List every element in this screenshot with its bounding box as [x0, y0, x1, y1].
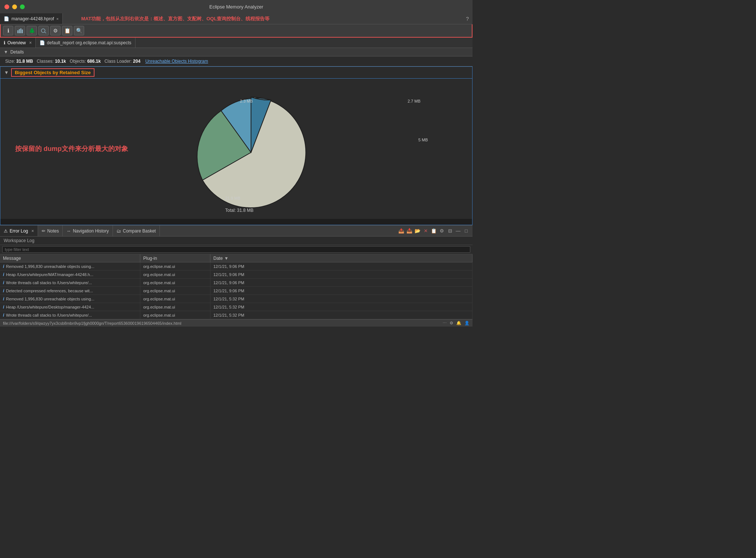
chart-header: ▼ Biggest Objects by Retained Size — [0, 67, 472, 79]
col-header-date: Date ▼ — [210, 254, 472, 262]
file-tab-bar: 📄 manager-44248.hprof × MAT功能，包括从左到右依次是：… — [0, 13, 472, 24]
status-dots: ⋯ — [443, 321, 447, 326]
tab-nav-history[interactable]: ↔ Navigation History — [63, 225, 113, 236]
label-2.7mb: 2.7 MB — [408, 99, 420, 103]
status-icon-2[interactable]: 🔔 — [456, 321, 461, 326]
tab-default-report-label: default_report org.eclipse.mat.api:suspe… — [47, 40, 131, 45]
td-message-2: i Wrote threads call stacks to /Users/wh… — [0, 279, 140, 286]
overview-toolbar-btn[interactable]: ℹ — [3, 26, 13, 35]
row-message-6: Wrote threads call stacks to /Users/whit… — [6, 313, 92, 317]
tab-overview[interactable]: ℹ Overview × — [0, 38, 36, 48]
table-row: i Removed 1,996,830 unreachable objects … — [0, 295, 472, 303]
search-toolbar-btn[interactable]: 🔍 — [74, 26, 84, 35]
file-tab-label: manager-44248.hprof — [11, 16, 54, 21]
table-row: i Heap /Users/whitepure/Desktop/manager-… — [0, 303, 472, 311]
dominator-toolbar-btn[interactable]: 🌲 — [27, 26, 37, 35]
status-bar: file:///var/folders/s9/qwzyy7yx3csb8mbn9… — [0, 319, 472, 327]
row-message-0: Removed 1,996,830 unreachable objects us… — [6, 264, 94, 269]
tab-default-report[interactable]: 📄 default_report org.eclipse.mat.api:sus… — [36, 38, 135, 48]
objects-value: 686.1k — [87, 59, 101, 64]
td-message-3: i Detected compressed references, becaus… — [0, 287, 140, 294]
collapse-all-btn[interactable]: ⊟ — [447, 228, 453, 234]
tab-notes[interactable]: ✏ Notes — [38, 225, 63, 236]
td-date-4: 12/1/21, 5:32 PM — [210, 295, 472, 303]
row-message-1: Heap /Users/whitepure/MAT/manager-44248.… — [6, 272, 93, 277]
tab-compare-basket[interactable]: 🗂 Compare Basket — [113, 225, 160, 236]
row-icon-2: i — [3, 280, 4, 285]
file-icon: 📄 — [4, 16, 9, 21]
td-message-6: i Wrote threads call stacks to /Users/wh… — [0, 311, 140, 319]
maximize-button[interactable] — [20, 4, 25, 9]
td-date-3: 12/1/21, 9:06 PM — [210, 287, 472, 294]
status-icon-1[interactable]: ⚙ — [450, 321, 453, 326]
chart-annotation: 按保留的 dump文件来分析最大的对象 — [15, 144, 128, 153]
details-content: Size: 31.8 MB Classes: 10.1k Objects: 68… — [0, 56, 472, 66]
main-toolbar: ℹ 🌲 ⚙ 📋 🔍 — [0, 24, 472, 38]
td-date-5: 12/1/21, 5:32 PM — [210, 303, 472, 311]
oql-toolbar-btn[interactable] — [38, 26, 49, 35]
row-icon-1: i — [3, 272, 4, 277]
filter-log-btn[interactable]: ⚙ — [439, 228, 445, 234]
plugin-col-label: Plug-in — [143, 256, 157, 261]
tab-overview-close[interactable]: × — [29, 40, 32, 45]
unreachable-objects-link[interactable]: Unreachable Objects Histogram — [145, 59, 208, 64]
help-icon[interactable]: ? — [466, 16, 469, 22]
copy-log-btn[interactable]: 📋 — [430, 228, 437, 234]
window-controls — [4, 4, 25, 9]
report-toolbar-btn[interactable]: 📋 — [62, 26, 72, 35]
svg-rect-1 — [19, 29, 20, 33]
size-label: Size: — [5, 59, 15, 64]
filter-input[interactable] — [2, 246, 470, 253]
svg-rect-2 — [20, 28, 21, 33]
td-message-5: i Heap /Users/whitepure/Desktop/manager-… — [0, 303, 140, 311]
classes-label: Classes: — [37, 59, 54, 64]
chart-collapse-icon[interactable]: ▼ — [4, 70, 9, 75]
bottom-tab-bar: ⚠ Error Log × ✏ Notes ↔ Navigation Histo… — [0, 225, 472, 237]
td-message-4: i Removed 1,996,830 unreachable objects … — [0, 295, 140, 303]
td-message-1: i Heap /Users/whitepure/MAT/manager-4424… — [0, 271, 140, 278]
row-message-5: Heap /Users/whitepure/Desktop/manager-44… — [6, 305, 94, 309]
chart-area: 按保留的 dump文件来分析最大的对象 2.3 MB 2.7 MB 5 MB 2… — [0, 79, 472, 219]
file-tab[interactable]: 📄 manager-44248.hprof × — [0, 13, 63, 24]
chart-total: Total: 31.8 MB — [225, 208, 254, 213]
error-log-label: Error Log — [10, 228, 28, 234]
clear-log-btn[interactable]: ✕ — [422, 228, 429, 234]
import-log-btn[interactable]: 📥 — [406, 228, 413, 234]
file-tab-close[interactable]: × — [56, 17, 58, 21]
status-icon-3[interactable]: 👤 — [464, 321, 470, 326]
bottom-tab-actions: 📤 📥 📂 ✕ 📋 ⚙ ⊟ — □ — [398, 228, 470, 234]
settings-toolbar-btn[interactable]: ⚙ — [50, 26, 61, 35]
close-button[interactable] — [4, 4, 9, 9]
table-row: i Wrote threads call stacks to /Users/wh… — [0, 279, 472, 287]
table-row: i Detected compressed references, becaus… — [0, 287, 472, 295]
log-table-body: i Removed 1,996,830 unreachable objects … — [0, 262, 472, 319]
maximize-panel-btn[interactable]: □ — [463, 228, 470, 234]
histogram-toolbar-btn[interactable] — [15, 26, 25, 35]
details-section: ▼ Details Size: 31.8 MB Classes: 10.1k O… — [0, 48, 472, 66]
pie-chart — [192, 93, 310, 211]
toolbar-annotation: MAT功能，包括从左到右依次是：概述、直方图、支配树、OQL查询控制台、线程报告… — [81, 16, 269, 22]
details-title: Details — [10, 49, 24, 55]
titlebar: Eclipse Memory Analyzer — [0, 0, 472, 13]
svg-rect-3 — [22, 30, 23, 33]
error-log-content: Workspace Log Message Plug-in Date ▼ i R… — [0, 237, 472, 319]
sort-icon[interactable]: ▼ — [224, 256, 228, 261]
tab-error-log[interactable]: ⚠ Error Log × — [0, 225, 38, 236]
row-message-2: Wrote threads call stacks to /Users/whit… — [6, 280, 92, 285]
workspace-log-label: Workspace Log — [0, 237, 472, 245]
td-plugin-0: org.eclipse.mat.ui — [140, 262, 210, 270]
minimize-button[interactable] — [12, 4, 17, 9]
nav-history-label: Navigation History — [73, 228, 109, 234]
error-log-close[interactable]: × — [31, 228, 34, 234]
td-message-0: i Removed 1,996,830 unreachable objects … — [0, 262, 140, 270]
row-message-3: Detected compressed references, because … — [6, 289, 93, 293]
objects-label: Objects: — [70, 59, 86, 64]
details-collapse-icon[interactable]: ▼ — [4, 49, 8, 55]
row-icon-6: i — [3, 313, 4, 318]
col-header-message: Message — [0, 254, 140, 262]
export-log-btn[interactable]: 📤 — [398, 228, 405, 234]
classes-value: 10.1k — [55, 59, 66, 64]
svg-point-4 — [41, 29, 45, 32]
open-log-btn[interactable]: 📂 — [414, 228, 421, 234]
minimize-panel-btn[interactable]: — — [455, 228, 461, 234]
